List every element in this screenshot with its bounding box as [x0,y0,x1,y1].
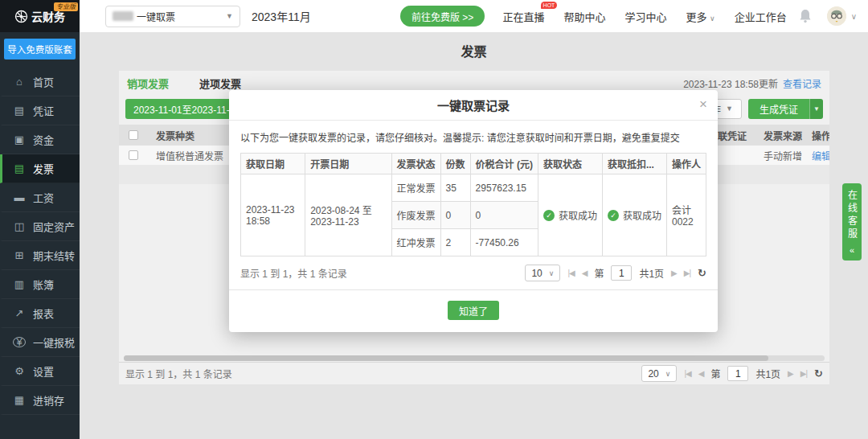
salary-card-icon: ▬ [13,191,26,203]
sidebar-item-tax-filing[interactable]: ¥ 一键报税 [0,328,80,357]
nav-live-label: 正在直播 [502,11,544,23]
pagination-summary: 显示 1 到 1，共 1 条记录 [125,367,232,380]
nav-more-label: 更多 [686,11,706,23]
modal-body: 以下为您一键获取发票的记录，请您仔细核对。温馨提示: 请您注意获取时间和开票日期… [229,121,718,289]
refresh-icon[interactable]: ↻ [814,367,823,380]
page-size-dropdown-icon: ∨ [665,370,671,378]
modal-page-size-select[interactable]: 10 ∨ [525,265,560,281]
column-invoice-source: 发票来源 [755,129,808,142]
customer-service-label: 在线客服 [845,190,859,241]
date-range-label: 2023-11-01至2023-11-30 [133,102,240,116]
sidebar-item-label: 账簿 [33,277,54,292]
column-deduct-status: 获取抵扣... [602,154,666,174]
tab-sales-invoice[interactable]: 销项发票 [127,76,169,91]
account-set-value: 一键取票 [137,10,223,23]
online-customer-service-button[interactable]: 在线客服 « [842,183,862,261]
edit-link[interactable]: 编辑 [808,149,829,162]
nav-more[interactable]: 更多 ∨ [686,9,714,24]
modal-first-page-button[interactable]: |◀ [567,269,574,277]
prev-page-button[interactable]: ◀ [698,369,704,378]
sidebar-item-invoice[interactable]: ▤ 发票 [0,154,80,183]
generate-voucher-dropdown-icon[interactable]: ▼ [809,99,823,119]
column-fetch-date: 获取日期 [241,154,305,174]
total-pages: 共1页 [755,367,780,380]
success-check-icon: ✓ [543,210,555,221]
first-page-button[interactable]: |◀ [684,369,690,378]
modal-page-number-input[interactable] [611,265,632,281]
funds-icon: ▣ [13,133,26,146]
modal-footer: 知道了 [229,289,718,332]
modal-title: 一键取票记录 [437,96,510,113]
sidebar-item-fixed-assets[interactable]: ◫ 固定资产 [0,212,80,241]
fetch-record-modal: 一键取票记录 × 以下为您一键获取发票的记录，请您仔细核对。温馨提示: 请您注意… [229,90,718,332]
tab-purchase-invoice[interactable]: 进项发票 [199,76,241,91]
modal-prev-page-button[interactable]: ◀ [582,269,588,277]
row-checkbox[interactable] [129,150,138,160]
view-record-link[interactable]: 查看记录 [783,79,821,90]
modal-page-size-value: 10 [531,268,542,279]
sidebar-item-funds[interactable]: ▣ 资金 [0,125,80,154]
select-all-checkbox[interactable] [129,130,138,140]
notification-bell-icon[interactable] [798,8,813,24]
sidebar-item-reports[interactable]: ↗ 报表 [0,299,80,328]
building-icon: ◫ [13,220,26,232]
cell-invoice-source: 手动新增 [755,149,808,162]
generate-voucher-split-button[interactable]: 生成凭证 ▼ [748,99,823,119]
modal-last-page-button[interactable]: ▶| [684,269,690,277]
scrollbar-thumb[interactable] [124,355,768,361]
modal-total-pages: 共1页 [639,266,664,280]
user-avatar[interactable] [827,6,846,26]
got-it-button[interactable]: 知道了 [448,301,499,320]
page-size-value: 20 [648,368,658,380]
modal-next-page-button[interactable]: ▶ [671,269,677,277]
column-operator: 操作人 [666,154,706,174]
close-icon[interactable]: × [699,97,707,111]
edition-badge: 专业版 [54,2,78,11]
modal-header: 一键取票记录 × [229,90,718,121]
page-number-input[interactable] [727,366,748,381]
sidebar-item-salary[interactable]: ▬ 工资 [0,183,80,212]
cell-invoice-date-range: 2023-08-24 至 2023-11-23 [305,174,391,256]
topbar: 云财务 专业版 一键取票 ▼ 2023年11月 前往免费版 >> 正在直播 HO… [0,0,868,32]
import-free-version-button[interactable]: 导入免费版账套 [4,39,76,59]
sidebar-item-home[interactable]: ⌂ 首页 [0,68,80,96]
column-action: 操作 [808,129,829,142]
select-dropdown-icon: ▼ [226,12,233,20]
account-set-select[interactable]: 一键取票 ▼ [105,6,240,27]
modal-pagination-summary: 显示 1 到 1，共 1 条记录 [240,266,347,280]
cell-count: 35 [440,174,470,202]
page-size-select[interactable]: 20 ∨ [641,365,677,382]
horizontal-scrollbar[interactable] [124,354,825,362]
go-free-version-button[interactable]: 前往免费版 >> [400,6,485,27]
page-pagination: 显示 1 到 1，共 1 条记录 20 ∨ |◀ ◀ 第 共1页 ▶ ▶| ↻ [119,362,829,384]
cell-invoice-status: 正常发票 [391,174,440,202]
voucher-icon: ▤ [13,105,26,117]
nav-workbench[interactable]: 企业工作台 [735,9,787,24]
batch-dropdown-icon: ▼ [726,105,733,113]
user-menu-chevron-icon[interactable]: ∨ [851,12,857,21]
nav-help-center[interactable]: 帮助中心 [563,9,605,24]
modal-description: 以下为您一键获取发票的记录，请您仔细核对。温馨提示: 请您注意获取时间和开票日期… [240,130,706,144]
nav-live[interactable]: 正在直播 HOT [502,9,544,24]
record-table-header: 获取日期 开票日期 发票状态 份数 价税合计 (元) 获取状态 获取抵扣... … [241,154,706,174]
update-time: 2023-11-23 18:58更新查看记录 [683,76,821,90]
modal-refresh-icon[interactable]: ↻ [698,267,706,279]
calendar-icon: ⊞ [13,249,26,261]
sidebar-item-voucher[interactable]: ▤ 凭证 [0,96,80,125]
sidebar-item-settings[interactable]: ⚙ 设置 [0,357,80,386]
next-page-button[interactable]: ▶ [788,369,793,378]
column-invoice-status: 发票状态 [391,154,440,174]
sidebar-item-label: 首页 [33,74,54,89]
nav-learn-center[interactable]: 学习中心 [624,9,666,24]
sidebar-item-inventory[interactable]: ▦ 进销存 [0,386,80,415]
sidebar-item-label: 发票 [33,161,54,176]
yuan-circle-icon: ¥ [13,337,26,347]
last-page-button[interactable]: ▶| [800,369,807,378]
cell-fetch-status: ✓ 获取成功 [538,174,602,256]
sidebar-item-ledger[interactable]: ▥ 账簿 [0,270,80,299]
generate-voucher-button[interactable]: 生成凭证 [748,99,809,119]
cell-invoice-status: 作废发票 [391,202,440,229]
sidebar-item-label: 设置 [33,363,54,379]
sidebar-item-label: 报表 [33,306,54,321]
sidebar-item-period-end[interactable]: ⊞ 期末结转 [0,241,80,270]
